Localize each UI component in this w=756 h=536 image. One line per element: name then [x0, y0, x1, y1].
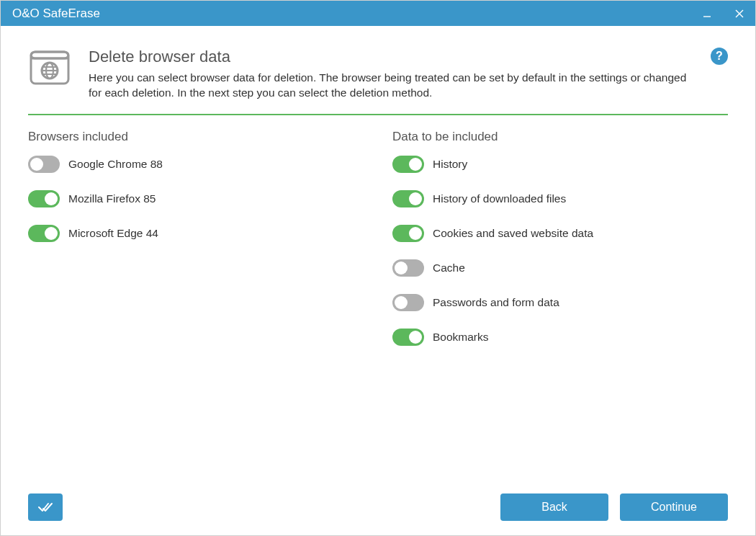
options-columns: Browsers included Google Chrome 88Mozill…: [28, 130, 728, 363]
page-description: Here you can select browser data for del…: [89, 71, 693, 101]
browser-globe-icon: [28, 48, 71, 89]
app-window: O&O SafeErase: [0, 0, 756, 536]
header-divider: [28, 114, 728, 115]
toggle-knob: [409, 331, 422, 344]
browser-toggle[interactable]: [28, 156, 60, 173]
toggle-knob: [409, 192, 422, 205]
page-header: Delete browser data Here you can select …: [28, 48, 728, 101]
back-button[interactable]: Back: [500, 493, 608, 521]
data-item-label: Cookies and saved website data: [433, 227, 593, 240]
browser-label: Microsoft Edge 44: [68, 227, 158, 240]
data-item-label: Passwords and form data: [433, 296, 559, 309]
header-text: Delete browser data Here you can select …: [89, 48, 693, 101]
data-item-row: Bookmarks: [392, 329, 728, 346]
data-item-toggle[interactable]: [392, 294, 424, 311]
toggle-knob: [45, 192, 58, 205]
continue-button[interactable]: Continue: [620, 493, 728, 521]
browser-row: Google Chrome 88: [28, 156, 364, 173]
close-button[interactable]: [723, 1, 755, 26]
toggle-knob: [395, 262, 408, 274]
browser-label: Google Chrome 88: [68, 158, 163, 171]
continue-button-label: Continue: [651, 501, 697, 514]
browser-toggle[interactable]: [28, 190, 60, 207]
data-item-label: History: [433, 158, 467, 171]
toggle-knob: [395, 296, 408, 309]
browser-label: Mozilla Firefox 85: [68, 192, 156, 205]
double-check-icon: [37, 501, 53, 514]
app-title: O&O SafeErase: [12, 6, 690, 21]
data-item-row: Cookies and saved website data: [392, 225, 728, 242]
toggle-knob: [45, 227, 58, 240]
back-button-label: Back: [541, 501, 567, 514]
data-item-label: Bookmarks: [433, 331, 489, 344]
data-item-row: History: [392, 156, 728, 173]
help-icon: ?: [716, 50, 723, 63]
browsers-column: Browsers included Google Chrome 88Mozill…: [28, 130, 364, 363]
data-item-toggle[interactable]: [392, 190, 424, 207]
minimize-button[interactable]: [690, 1, 723, 26]
data-item-row: History of downloaded files: [392, 190, 728, 207]
toggle-knob: [409, 158, 422, 171]
browsers-column-title: Browsers included: [28, 130, 364, 144]
data-item-row: Cache: [392, 259, 728, 277]
toggle-knob: [409, 227, 422, 240]
titlebar: O&O SafeErase: [1, 1, 755, 26]
help-button[interactable]: ?: [711, 48, 728, 65]
toggle-knob: [30, 158, 43, 171]
data-item-row: Passwords and form data: [392, 294, 728, 311]
footer: Back Continue: [28, 486, 728, 521]
data-item-toggle[interactable]: [392, 156, 424, 173]
data-item-label: History of downloaded files: [433, 192, 566, 205]
data-item-toggle[interactable]: [392, 329, 424, 346]
browser-row: Mozilla Firefox 85: [28, 190, 364, 207]
content-area: Delete browser data Here you can select …: [1, 26, 755, 535]
browser-row: Microsoft Edge 44: [28, 225, 364, 242]
data-column-title: Data to be included: [392, 130, 728, 144]
data-item-toggle[interactable]: [392, 225, 424, 242]
close-icon: [735, 9, 744, 18]
data-item-label: Cache: [433, 262, 465, 274]
page-title: Delete browser data: [89, 48, 693, 66]
browser-toggle[interactable]: [28, 225, 60, 242]
data-item-toggle[interactable]: [392, 259, 424, 277]
data-column: Data to be included HistoryHistory of do…: [392, 130, 728, 363]
minimize-icon: [703, 9, 711, 18]
select-all-button[interactable]: [28, 493, 63, 521]
